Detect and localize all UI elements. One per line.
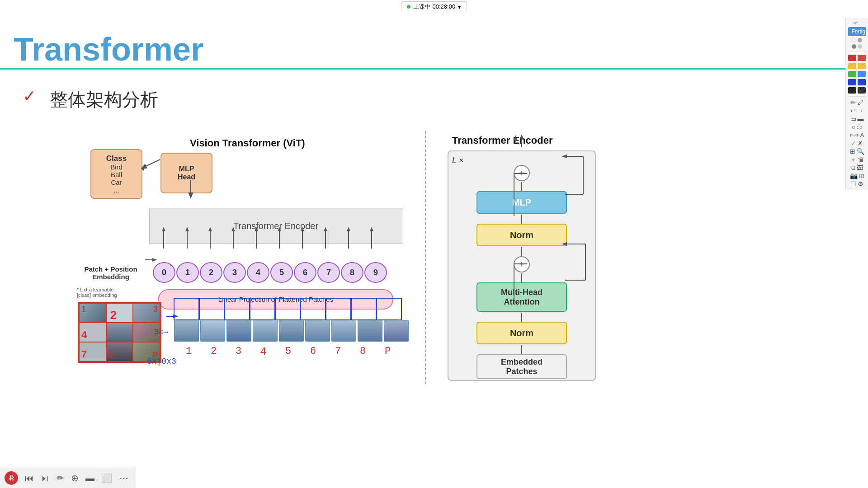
patch-img-3	[226, 320, 251, 342]
color-blue-dark2[interactable]	[858, 79, 866, 85]
te-inner-diagram: L × + MLP Norm + Multi-HeadAttention	[442, 147, 601, 386]
patch-num-2: 2	[110, 308, 117, 322]
linear-projection-box: Linear Projection of Flattened Patches	[158, 289, 393, 310]
patch-num-below-3: 3	[226, 346, 251, 358]
patch-cell-5	[106, 323, 133, 342]
te-diagram-title: Transformer Encoder	[452, 135, 553, 146]
pos-circle-3: 3	[223, 262, 246, 283]
class-items: BirdBallCar...	[110, 163, 123, 194]
top-bar: 上课中 00:28:00 ▾	[0, 0, 868, 14]
toolbar-square-icon[interactable]: ⬜	[101, 473, 113, 483]
vit-diagram-title: Vision Transformer (ViT)	[190, 137, 305, 149]
tool-icons-3: ▭ ▬	[850, 116, 864, 122]
settings-icon[interactable]: ⚙	[858, 181, 863, 187]
color-row-1	[848, 55, 866, 61]
tool-icons-5: ⟺ A	[849, 132, 864, 138]
vit-te-divider	[425, 131, 426, 384]
pos-circle-0: 0*	[153, 262, 175, 283]
pen-icon[interactable]: 🖊	[857, 99, 863, 106]
color-green[interactable]	[848, 71, 856, 77]
arrow-plus-to-mlp	[521, 182, 522, 191]
norm-box-2: Norm	[476, 322, 567, 344]
patch-num-below-8: 8	[350, 346, 375, 358]
mlp-head-box: MLPHead	[160, 153, 212, 193]
color-yellow2[interactable]	[858, 63, 866, 69]
toolbar-play-icon[interactable]: ⏯	[41, 473, 50, 483]
patch-img-7	[331, 320, 356, 342]
expand-icon[interactable]: ⊞	[850, 148, 855, 155]
norm1-label: Norm	[510, 230, 533, 240]
arrow-right-icon[interactable]: →	[857, 108, 863, 114]
arrow-plus-mid-to-mha	[521, 273, 522, 282]
trash-icon[interactable]: 🗑	[858, 156, 864, 163]
patch-img-2	[200, 320, 225, 342]
resize-icon[interactable]: ⟺	[849, 132, 859, 138]
mha-label: Multi-HeadAttention	[501, 288, 542, 307]
tool-icons-9: ⧉ 🖼	[851, 164, 863, 171]
rect2-icon[interactable]: ▬	[858, 116, 864, 122]
plus-icon[interactable]: ＋	[850, 156, 856, 163]
patch-num-8: 0	[108, 351, 113, 360]
skip-connection-mid-horizontal	[514, 263, 527, 264]
arrow-norm2-to-embedded	[521, 345, 522, 354]
toolbar-prev-icon[interactable]: ⏮	[25, 473, 34, 483]
arrow-bend-icon[interactable]: ↩	[850, 108, 856, 114]
check-icon[interactable]: ✓	[851, 140, 856, 146]
mlp-label: MLP	[512, 197, 531, 208]
color-row-4	[848, 79, 866, 85]
color-blue-light[interactable]	[858, 71, 866, 77]
dot-white[interactable]	[852, 38, 856, 42]
toolbar-minus-icon[interactable]: ▬	[85, 473, 94, 483]
image-icon[interactable]: 🖼	[857, 164, 863, 171]
patch-img-1	[174, 320, 199, 342]
toolbar-more-icon[interactable]: ⋯	[119, 473, 128, 483]
app-logo[interactable]: 花	[5, 471, 18, 485]
position-circles-row: 0* 1 2 3 4 5 6 7 8 9	[153, 262, 387, 283]
color-blue-dark[interactable]	[848, 79, 856, 85]
box-icon[interactable]: ☐	[850, 181, 856, 187]
patch-num-below-2: 2	[201, 346, 226, 358]
arrow-mlp-to-norm	[521, 215, 522, 224]
main-content: Transformer ✓ 整体架构分析 Vision Transformer …	[0, 14, 845, 488]
transformer-encoder-box: Transformer Encoder	[149, 208, 402, 244]
patch-num-4: 4	[81, 329, 87, 341]
close-icon[interactable]: ✗	[858, 140, 863, 146]
dot-gray[interactable]	[858, 38, 862, 42]
pos-circle-4: 4	[247, 262, 269, 283]
copy-icon[interactable]: ⧉	[851, 164, 855, 171]
color-red2[interactable]	[858, 55, 866, 61]
search-icon[interactable]: 🔍	[857, 148, 864, 155]
image-patches-grid: 1 2 3 4 7 0 P	[78, 302, 161, 363]
toolbar-pen-icon[interactable]: ✏	[57, 473, 64, 483]
extra-learnable-label: * Extra learnable[class] embedding	[77, 287, 117, 298]
bottom-toolbar: 花 ⏮ ⏯ ✏ ⊕ ▬ ⬜ ⋯	[0, 468, 136, 488]
toolbar-circle-icon[interactable]: ⊕	[71, 473, 79, 483]
session-badge[interactable]: 上课中 00:28:00 ▾	[401, 1, 467, 12]
dot-dark[interactable]	[852, 44, 856, 49]
color-yellow[interactable]	[848, 63, 856, 69]
session-text: 上课中 00:28:00	[413, 3, 455, 11]
color-red1[interactable]	[848, 55, 856, 61]
grid-icon[interactable]: ⊞	[859, 173, 864, 179]
color-black2[interactable]	[858, 87, 866, 94]
ellipse-icon[interactable]: ⬭	[857, 124, 862, 130]
divider-1	[848, 52, 866, 52]
patch-cell-4: 4	[79, 323, 106, 342]
annotation-300: 3∞→	[154, 328, 168, 337]
fertig-button[interactable]: Fertig	[848, 27, 866, 36]
camera-icon[interactable]: 📷	[850, 173, 858, 179]
patch-num-below-4: 4	[251, 346, 276, 358]
rect-icon[interactable]: ▭	[850, 116, 856, 122]
mlp-box: MLP	[476, 191, 567, 214]
color-black[interactable]	[848, 87, 856, 94]
circle-icon[interactable]: ○	[852, 124, 855, 130]
norm-box-1: Norm	[476, 224, 567, 246]
text-icon[interactable]: A	[860, 132, 864, 138]
patch-cell-8: 0	[106, 342, 133, 361]
dot-light[interactable]	[858, 44, 862, 49]
tool-icons-8: ＋ 🗑	[850, 156, 864, 163]
patch-img-5	[279, 320, 304, 342]
dropdown-arrow[interactable]: ▾	[458, 4, 461, 10]
class-label: Class	[106, 154, 127, 163]
pencil-icon[interactable]: ✏	[850, 99, 856, 106]
